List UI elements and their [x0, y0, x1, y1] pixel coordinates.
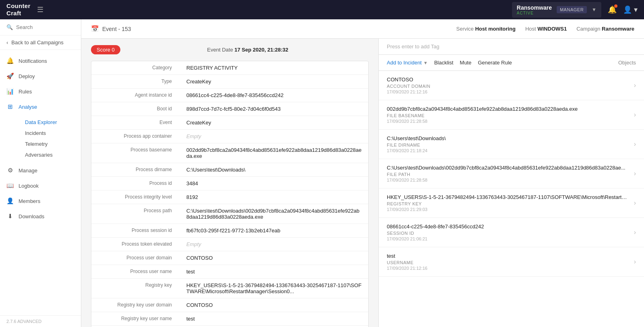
- topnav-icons: 🔔 👤 ▾: [608, 5, 638, 14]
- sidebar-item-deploy[interactable]: 🚀 Deploy: [0, 68, 81, 84]
- table-row: Process user domainCONTOSO: [91, 251, 368, 265]
- chevron-right-icon: ›: [634, 82, 636, 89]
- list-item[interactable]: HKEY_USERS\S-1-5-21-3679482494-133676344…: [379, 188, 644, 218]
- tags-input[interactable]: Press enter to add Tag: [379, 39, 644, 55]
- object-date: 17/09/2020 21:12:16: [387, 89, 631, 94]
- add-to-incident-button[interactable]: Add to Incident ▼: [387, 60, 428, 66]
- chevron-right-icon: ›: [634, 141, 636, 148]
- subheader-left: 📅 Event - 153: [91, 25, 131, 33]
- search-input[interactable]: [16, 24, 74, 30]
- object-date: 17/09/2020 21:12:16: [387, 266, 631, 271]
- field-value: Empty: [180, 130, 368, 143]
- layout: 🔍 ‹ Back to all Campaigns 🔔 Notification…: [0, 19, 644, 327]
- manage-icon: ⚙: [6, 167, 14, 174]
- host-value: WINDOWS1: [537, 26, 567, 32]
- logbook-icon: 📖: [6, 182, 14, 189]
- content-area: Score 0 Event Date 17 Sep 2020, 21:28:32…: [81, 39, 644, 327]
- sidebar-item-members[interactable]: 👤 Members: [0, 193, 81, 209]
- table-row: Process dirnameC:\Users\test\Downloads\: [91, 163, 368, 177]
- deploy-icon: 🚀: [6, 72, 14, 80]
- notification-icon[interactable]: 🔔: [608, 5, 617, 14]
- event-icon: 📅: [91, 25, 99, 33]
- mute-button[interactable]: Mute: [460, 60, 471, 66]
- generate-rule-button[interactable]: Generate Rule: [478, 60, 512, 66]
- sidebar-item-rules[interactable]: 📊 Rules: [0, 84, 81, 99]
- score-badge: Score 0: [91, 45, 120, 54]
- sidebar-sub-data-explorer[interactable]: Data Explorer: [19, 117, 81, 128]
- campaign-manager-label: MANAGER: [557, 6, 587, 13]
- list-item[interactable]: C:\Users\test\Downloads\002dd9b7cbf8ca2a…: [379, 159, 644, 188]
- table-row: Registry key user domainCONTOSO: [91, 298, 368, 312]
- back-icon: ‹: [6, 39, 8, 46]
- search-bar[interactable]: 🔍: [0, 19, 81, 35]
- table-row: Process pathC:\Users\test\Downloads\002d…: [91, 204, 368, 224]
- event-table: CategoryREGISTRY ACTIVITYTypeCreateKeyAg…: [91, 61, 368, 327]
- sidebar-sub-incidents[interactable]: Incidents: [19, 128, 81, 139]
- object-date: 17/09/2020 21:18:24: [387, 148, 631, 153]
- list-item[interactable]: 002dd9b7cbf8ca2a09434f8c4abd85631efe922a…: [379, 100, 644, 130]
- object-type: FILE PATH: [387, 172, 631, 177]
- object-type: USERNAME: [387, 260, 631, 265]
- object-date: 17/09/2020 21:28:58: [387, 119, 631, 124]
- table-row: Registry keyHKEY_USERS\S-1-5-21-36794824…: [91, 279, 368, 298]
- table-row: EventCreateKey: [91, 116, 368, 130]
- sidebar-item-manage[interactable]: ⚙ Manage: [0, 163, 81, 178]
- sidebar-item-notifications[interactable]: 🔔 Notifications: [0, 53, 81, 68]
- chevron-down-icon: ▼: [423, 60, 428, 65]
- list-item[interactable]: C:\Users\test\Downloads\ FILE DIRNAME 17…: [379, 130, 644, 159]
- field-value: HKEY_USERS\S-1-5-21-3679482494-133676344…: [180, 279, 368, 298]
- field-value: test: [180, 265, 368, 279]
- field-key: Process user name: [91, 265, 180, 279]
- chevron-right-icon: ›: [634, 229, 636, 236]
- chevron-down-icon: ▼: [592, 7, 597, 12]
- host-label: Host WINDOWS1: [525, 26, 567, 32]
- main: 📅 Event - 153 Service Host monitoring Ho…: [81, 19, 644, 327]
- field-value: 08661cc4-c225-4de8-8fe7-835456ccd242: [180, 89, 368, 102]
- hamburger-icon[interactable]: ☰: [37, 5, 43, 14]
- object-date: 17/09/2020 21:06:21: [387, 236, 631, 241]
- analyse-icon: ⊞: [6, 103, 14, 110]
- chevron-right-icon: ›: [634, 111, 636, 118]
- chevron-right-icon: ›: [634, 258, 636, 265]
- actions-bar: Add to Incident ▼ Blacklist Mute Generat…: [379, 55, 644, 71]
- notification-dot: [614, 4, 617, 8]
- table-row: Agent instance id08661cc4-c225-4de8-8fe7…: [91, 89, 368, 102]
- field-value: 898d7ccd-7d7c-fcf5-80e2-7d04c6f0d543: [180, 102, 368, 116]
- sidebar-sub-adversaries[interactable]: Adversaries: [19, 149, 81, 160]
- object-type: FILE BASENAME: [387, 113, 631, 118]
- event-header: Score 0 Event Date 17 Sep 2020, 21:28:32: [91, 45, 369, 54]
- object-info: test USERNAME 17/09/2020 21:12:16: [387, 253, 631, 271]
- table-row: Process app containerEmpty: [91, 130, 368, 143]
- objects-label: Objects: [618, 60, 636, 66]
- sidebar-item-analyse[interactable]: ⊞ Analyse: [0, 99, 81, 114]
- campaign-badge[interactable]: Ransomware ACTIVE MANAGER ▼: [512, 2, 601, 18]
- field-value: fb67fc03-295f-f221-9772-13b2eb147eab: [180, 224, 368, 238]
- field-key: Process path: [91, 204, 180, 224]
- list-item[interactable]: CONTOSO ACCOUNT DOMAIN 17/09/2020 21:12:…: [379, 71, 644, 100]
- chevron-right-icon: ›: [634, 199, 636, 207]
- search-icon: 🔍: [6, 24, 13, 30]
- table-row: Process basename002dd9b7cbf8ca2a09434f8c…: [91, 143, 368, 163]
- object-type: FILE DIRNAME: [387, 143, 631, 147]
- user-icon[interactable]: 👤 ▾: [623, 5, 638, 14]
- list-item[interactable]: test USERNAME 17/09/2020 21:12:16 ›: [379, 247, 644, 277]
- list-item[interactable]: 08661cc4-c225-4de8-8fe7-835456ccd242 SES…: [379, 218, 644, 247]
- field-key: Process basename: [91, 143, 180, 163]
- object-date: 17/09/2020 21:28:58: [387, 178, 631, 182]
- field-value: Empty: [180, 238, 368, 251]
- campaign-label: Campaign Ransomware: [576, 26, 634, 32]
- field-key: Process id: [91, 177, 180, 190]
- sidebar-item-logbook[interactable]: 📖 Logbook: [0, 178, 81, 193]
- field-key: Agent instance id: [91, 89, 180, 102]
- chevron-right-icon: ›: [634, 170, 636, 177]
- blacklist-button[interactable]: Blacklist: [434, 60, 454, 66]
- object-info: C:\Users\test\Downloads\ FILE DIRNAME 17…: [387, 135, 631, 153]
- topnav: Counter Craft ☰ Ransomware ACTIVE MANAGE…: [0, 0, 644, 19]
- sidebar-version: 2.7.6 ADVANCED: [0, 315, 81, 327]
- sidebar-sub-telemetry[interactable]: Telemetry: [19, 139, 81, 149]
- event-title: Event - 153: [102, 26, 131, 32]
- back-to-campaigns[interactable]: ‹ Back to all Campaigns: [0, 35, 81, 50]
- object-type: REGISTRY KEY: [387, 201, 631, 206]
- sidebar-item-downloads[interactable]: ⬇ Downloads: [0, 209, 81, 224]
- field-key: Process session id: [91, 224, 180, 238]
